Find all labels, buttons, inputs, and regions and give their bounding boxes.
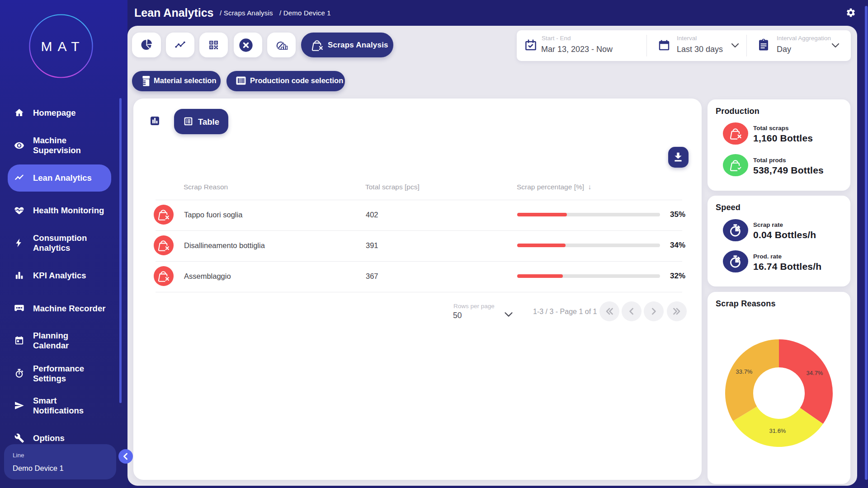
svg-text:34.7%: 34.7% [807,370,823,376]
svg-text:33.7%: 33.7% [736,368,753,375]
svg-text:31.6%: 31.6% [769,427,786,434]
